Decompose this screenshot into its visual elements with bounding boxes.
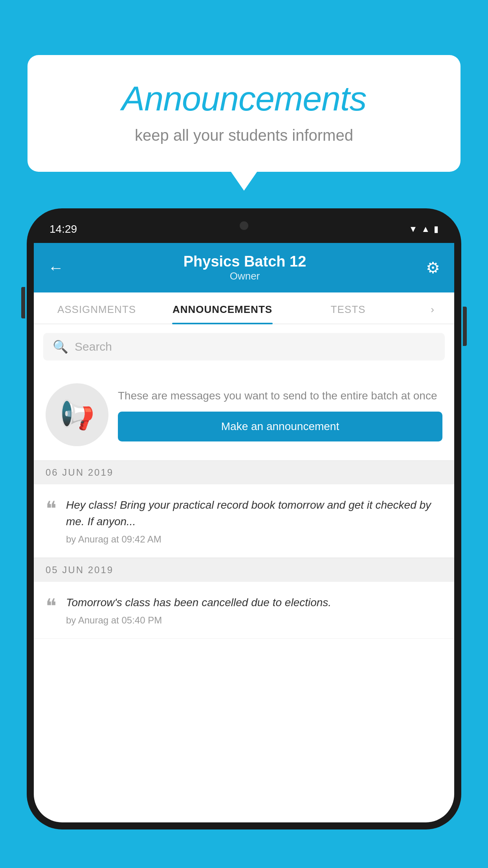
bubble-title: Announcements: [59, 79, 429, 119]
promo-right: These are messages you want to send to t…: [118, 388, 442, 441]
tab-announcements[interactable]: ANNOUNCEMENTS: [160, 292, 285, 324]
search-icon: 🔍: [53, 339, 68, 354]
status-time: 14:29: [50, 223, 77, 235]
tab-more[interactable]: ›: [411, 292, 454, 324]
date-separator-1: 06 JUN 2019: [34, 460, 454, 484]
megaphone-icon: 📢: [59, 398, 95, 432]
make-announcement-button[interactable]: Make an announcement: [118, 412, 442, 441]
wifi-icon: ▼: [409, 224, 417, 234]
tab-assignments[interactable]: ASSIGNMENTS: [34, 292, 160, 324]
announcement-item-1[interactable]: ❝ Hey class! Bring your practical record…: [34, 484, 454, 558]
announcement-meta-1: by Anurag at 09:42 AM: [66, 534, 442, 545]
quote-icon-2: ❝: [46, 596, 57, 616]
camera-dot: [240, 221, 248, 230]
quote-icon-1: ❝: [46, 498, 57, 519]
promo-section: 📢 These are messages you want to send to…: [34, 369, 454, 460]
phone-notch: [205, 215, 283, 236]
phone-screen: ← Physics Batch 12 Owner ⚙ ASSIGNMENTS A…: [34, 243, 454, 822]
back-button[interactable]: ←: [48, 259, 64, 277]
side-button-right: [463, 307, 467, 346]
speech-bubble-wrapper: Announcements keep all your students inf…: [28, 55, 460, 172]
signal-icon: ▲: [421, 224, 430, 234]
header-center: Physics Batch 12 Owner: [64, 253, 426, 282]
search-bar[interactable]: 🔍 Search: [43, 333, 445, 360]
promo-description: These are messages you want to send to t…: [118, 388, 442, 403]
battery-icon: ▮: [434, 224, 438, 234]
phone-outer: 14:29 ▼ ▲ ▮ ← Physics Batch 12 Owner ⚙: [27, 208, 461, 829]
status-icons: ▼ ▲ ▮: [409, 224, 438, 234]
tab-tests[interactable]: TESTS: [285, 292, 411, 324]
header-subtitle: Owner: [64, 270, 426, 282]
announcement-content-1: Hey class! Bring your practical record b…: [66, 497, 442, 545]
header-title: Physics Batch 12: [64, 253, 426, 270]
app-header: ← Physics Batch 12 Owner ⚙: [34, 243, 454, 292]
announcement-content-2: Tomorrow's class has been cancelled due …: [66, 594, 442, 626]
phone-top-bar: 14:29 ▼ ▲ ▮: [34, 215, 454, 243]
search-placeholder: Search: [75, 340, 112, 353]
announcement-meta-2: by Anurag at 05:40 PM: [66, 615, 442, 626]
settings-icon[interactable]: ⚙: [426, 259, 440, 277]
phone-mockup: 14:29 ▼ ▲ ▮ ← Physics Batch 12 Owner ⚙: [27, 208, 461, 868]
date-separator-2: 05 JUN 2019: [34, 558, 454, 582]
side-button-left: [21, 287, 25, 318]
announcement-text-2: Tomorrow's class has been cancelled due …: [66, 594, 442, 611]
announcement-item-2[interactable]: ❝ Tomorrow's class has been cancelled du…: [34, 582, 454, 639]
promo-icon-circle: 📢: [46, 383, 108, 446]
bubble-subtitle: keep all your students informed: [59, 127, 429, 144]
tabs-row: ASSIGNMENTS ANNOUNCEMENTS TESTS ›: [34, 292, 454, 324]
announcement-text-1: Hey class! Bring your practical record b…: [66, 497, 442, 530]
search-container: 🔍 Search: [34, 324, 454, 369]
speech-bubble: Announcements keep all your students inf…: [28, 55, 460, 172]
